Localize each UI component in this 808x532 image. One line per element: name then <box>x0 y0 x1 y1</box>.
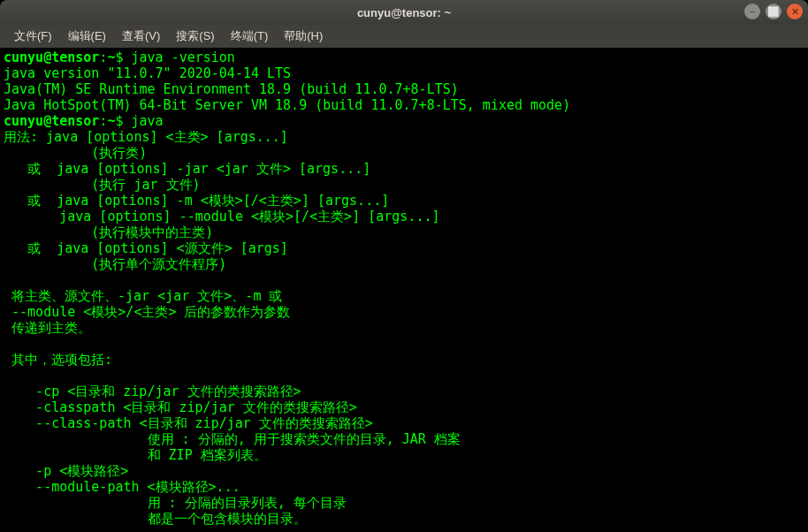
usage-line: 其中，选项包括: <box>4 352 112 368</box>
usage-line: --module-path <模块路径>... <box>4 479 240 495</box>
command-2: java <box>132 113 164 129</box>
usage-line: 都是一个包含模块的目录。 <box>4 511 307 527</box>
output-line: Java HotSpot(TM) 64-Bit Server VM 18.9 (… <box>4 97 570 113</box>
menu-help[interactable]: 帮助(H) <box>277 26 330 47</box>
window-title: cunyu@tensor: ~ <box>357 6 451 19</box>
prompt-dollar: $ <box>115 49 131 65</box>
usage-line: (执行模块中的主类) <box>4 224 213 240</box>
output-line: java version "11.0.7" 2020-04-14 LTS <box>4 65 291 81</box>
usage-line: (执行类) <box>4 145 147 161</box>
usage-line: -classpath <目录和 zip/jar 文件的类搜索路径> <box>4 399 357 415</box>
minimize-button[interactable]: − <box>744 4 760 19</box>
menubar: 文件(F) 编辑(E) 查看(V) 搜索(S) 终端(T) 帮助(H) <box>0 25 808 48</box>
usage-line: 传递到主类。 <box>4 320 91 336</box>
usage-line: java [options] --module <模块>[/<主类>] [arg… <box>4 209 439 224</box>
titlebar: cunyu@tensor: ~ − ⬜ ✕ <box>0 0 808 25</box>
window-controls: − ⬜ ✕ <box>744 4 803 19</box>
usage-line: 将主类、源文件、-jar <jar 文件>、-m 或 <box>4 288 282 304</box>
usage-line: 和 ZIP 档案列表。 <box>4 447 267 463</box>
menu-terminal[interactable]: 终端(T) <box>224 26 276 47</box>
usage-line: 用法: java [options] <主类> [args...] <box>4 129 288 145</box>
prompt-userhost: cunyu@tensor <box>4 49 99 65</box>
usage-line: --module <模块>/<主类> 后的参数作为参数 <box>4 304 291 320</box>
usage-line: --class-path <目录和 zip/jar 文件的类搜索路径> <box>4 415 373 431</box>
maximize-icon: ⬜ <box>767 6 780 18</box>
usage-line: 或 java [options] <源文件> [args] <box>4 240 288 256</box>
usage-line: (执行 jar 文件) <box>4 177 201 193</box>
maximize-button[interactable]: ⬜ <box>766 4 781 19</box>
menu-search[interactable]: 搜索(S) <box>169 26 221 47</box>
usage-line: 或 java [options] -m <模块>[/<主类>] [args...… <box>4 193 389 209</box>
menu-edit[interactable]: 编辑(E) <box>61 26 113 47</box>
usage-line: (执行单个源文件程序) <box>4 256 226 272</box>
prompt-userhost: cunyu@tensor <box>4 113 99 129</box>
close-button[interactable]: ✕ <box>787 4 803 19</box>
command-1: java -version <box>132 49 235 65</box>
usage-line: -cp <目录和 zip/jar 文件的类搜索路径> <box>4 384 301 399</box>
minimize-icon: − <box>750 6 755 17</box>
close-icon: ✕ <box>791 6 799 18</box>
usage-line: -p <模块路径> <box>4 463 128 479</box>
usage-line: 使用 : 分隔的, 用于搜索类文件的目录, JAR 档案 <box>4 431 461 447</box>
terminal-area[interactable]: cunyu@tensor:~$ java -version java versi… <box>0 48 808 532</box>
usage-line: 用 : 分隔的目录列表, 每个目录 <box>4 495 347 511</box>
menu-file[interactable]: 文件(F) <box>7 26 59 47</box>
prompt-dollar: $ <box>115 113 131 129</box>
output-line: Java(TM) SE Runtime Environment 18.9 (bu… <box>4 81 459 97</box>
menu-view[interactable]: 查看(V) <box>115 26 167 47</box>
usage-line: 或 java [options] -jar <jar 文件> [args...] <box>4 161 370 177</box>
